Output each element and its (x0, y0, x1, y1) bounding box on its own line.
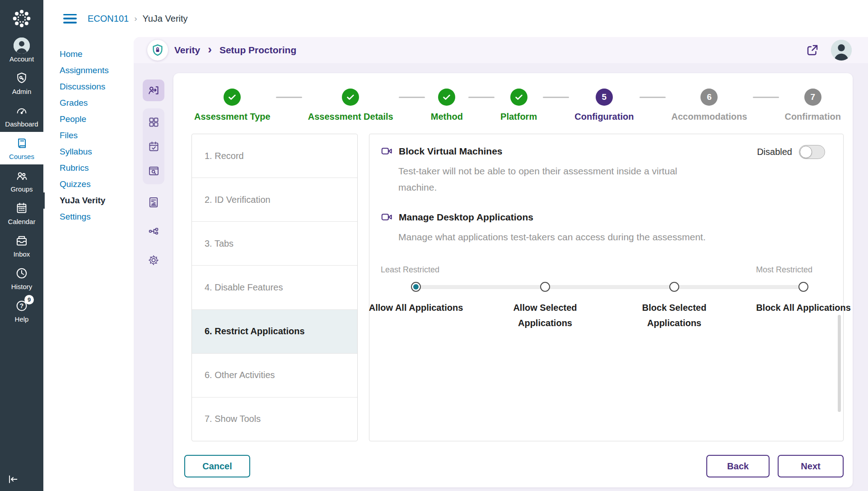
step-connector (753, 97, 779, 98)
toggle-state-label: Disabled (757, 147, 792, 157)
external-link-icon[interactable] (806, 43, 819, 57)
sidebar-item-label: Courses (9, 153, 34, 160)
config-step-tabs[interactable]: 3. Tabs (192, 222, 357, 266)
verity-app-region: Verity › Setup Proctoring (134, 37, 868, 491)
step-connector (543, 97, 569, 98)
back-button[interactable]: Back (706, 455, 770, 477)
gear-icon[interactable] (143, 249, 164, 271)
sidebar-item-courses[interactable]: Courses (0, 132, 43, 164)
block-vm-title: Block Virtual Machines (399, 146, 503, 157)
course-nav-settings[interactable]: Settings (43, 209, 134, 225)
sidebar-item-label: History (11, 283, 33, 290)
breadcrumb: ECON101 › YuJa Verity (88, 14, 188, 24)
course-nav-home[interactable]: Home (43, 46, 134, 62)
step-number: 5 (596, 89, 613, 106)
integration-flow-icon[interactable] (143, 220, 164, 242)
step-configuration[interactable]: 5 Configuration (574, 89, 634, 122)
course-nav-people[interactable]: People (43, 111, 134, 127)
course-nav-yuja-verity[interactable]: YuJa Verity (43, 192, 134, 209)
config-step-disable-features[interactable]: 4. Disable Features (192, 266, 357, 309)
user-avatar[interactable] (831, 40, 852, 61)
step-number: 7 (804, 89, 821, 106)
step-assessment-type[interactable]: Assessment Type (194, 89, 271, 122)
step-accommodations[interactable]: 6 Accommodations (672, 89, 747, 122)
course-nav-discussions[interactable]: Discussions (43, 79, 134, 95)
slider-stop-block-all[interactable] (798, 282, 808, 292)
option-allow-selected[interactable]: Allow Selected Applications (496, 300, 593, 331)
top-bar: ECON101 › YuJa Verity (43, 0, 868, 37)
sidebar-item-dashboard[interactable]: Dashboard (0, 99, 43, 132)
option-block-all[interactable]: Block All Applications (755, 300, 852, 315)
sidebar-item-history[interactable]: History (0, 262, 43, 295)
breadcrumb-course-link[interactable]: ECON101 (88, 14, 129, 24)
step-method[interactable]: Method (431, 89, 463, 122)
restriction-slider (416, 282, 803, 293)
question-icon: ? 9 (15, 298, 28, 313)
check-icon (342, 89, 359, 106)
course-nav-rubrics[interactable]: Rubrics (43, 160, 134, 176)
block-vm-toggle[interactable] (799, 145, 825, 159)
option-allow-all[interactable]: Allow All Applications (368, 300, 465, 315)
gauge-icon (15, 103, 28, 118)
step-assessment-details[interactable]: Assessment Details (308, 89, 393, 122)
config-step-id-verification[interactable]: 2. ID Verification (192, 178, 357, 222)
slider-stop-allow-selected[interactable] (540, 282, 550, 292)
video-camera-icon (381, 145, 393, 157)
canvas-logo-icon[interactable] (11, 0, 32, 34)
verity-tool-rail (134, 73, 173, 487)
course-nav-syllabus[interactable]: Syllabus (43, 144, 134, 160)
course-nav: Home Assignments Discussions Grades Peop… (43, 37, 134, 491)
wizard-footer: Cancel Back Next (191, 455, 844, 477)
slider-option-labels: Allow All Applications Allow Selected Ap… (416, 300, 803, 336)
sidebar-item-groups[interactable]: Groups (0, 164, 43, 197)
config-step-show-tools[interactable]: 7. Show Tools (192, 397, 357, 441)
slider-track[interactable] (416, 285, 803, 289)
sidebar-item-label: Inbox (14, 250, 30, 258)
step-confirmation[interactable]: 7 Confirmation (784, 89, 840, 122)
config-step-restrict-applications[interactable]: 6. Restrict Applications (192, 310, 357, 354)
toggle-knob (800, 146, 812, 158)
sidebar-item-account[interactable]: Account (0, 34, 43, 67)
browser-search-icon[interactable] (143, 160, 164, 182)
step-platform[interactable]: Platform (500, 89, 537, 122)
block-vm-description: Test-taker will not be able to open thei… (398, 163, 717, 196)
apps-grid-icon[interactable] (143, 111, 164, 133)
verity-header: Verity › Setup Proctoring (134, 37, 868, 63)
main-region: ECON101 › YuJa Verity Home Assignments D… (43, 0, 868, 491)
sidebar-item-label: Groups (10, 185, 33, 193)
course-nav-assignments[interactable]: Assignments (43, 62, 134, 79)
most-restricted-label: Most Restricted (756, 265, 812, 275)
breadcrumb-current-page: YuJa Verity (142, 14, 187, 24)
cancel-button[interactable]: Cancel (184, 455, 250, 477)
hamburger-menu-icon[interactable] (63, 14, 77, 23)
manage-apps-title: Manage Desktop Applications (399, 212, 533, 223)
least-restricted-label: Least Restricted (381, 265, 439, 275)
panel-scrollbar[interactable] (838, 315, 841, 412)
config-step-record[interactable]: 1. Record (192, 134, 357, 178)
wizard-stepper: Assessment Type Assessment Details (191, 89, 844, 122)
help-badge: 9 (24, 295, 34, 304)
breadcrumb-separator: › (134, 14, 137, 23)
sidebar-item-help[interactable]: ? 9 Help (0, 295, 43, 327)
people-icon (15, 168, 28, 183)
next-button[interactable]: Next (778, 455, 844, 477)
sidebar-item-admin[interactable]: Admin (0, 67, 43, 99)
sidebar-item-label: Help (15, 315, 29, 323)
option-block-selected[interactable]: Block Selected Applications (626, 300, 723, 331)
sidebar-item-calendar[interactable]: Calendar (0, 197, 43, 229)
proctoring-entry-icon[interactable] (143, 79, 164, 101)
slider-stop-allow-all[interactable] (411, 282, 421, 292)
collapse-sidebar-icon[interactable] (6, 473, 19, 486)
report-icon[interactable] (143, 192, 164, 213)
calendar-check-icon[interactable] (143, 136, 164, 157)
course-nav-files[interactable]: Files (43, 127, 134, 144)
course-nav-quizzes[interactable]: Quizzes (43, 176, 134, 192)
course-nav-grades[interactable]: Grades (43, 95, 134, 111)
slider-stop-block-selected[interactable] (669, 282, 679, 292)
book-icon (15, 136, 28, 151)
sidebar-item-inbox[interactable]: Inbox (0, 229, 43, 262)
step-number: 6 (700, 89, 718, 106)
shield-icon (15, 70, 28, 86)
chevron-right-icon: › (208, 42, 212, 56)
config-step-other-activities[interactable]: 6. Other Activities (192, 354, 357, 397)
